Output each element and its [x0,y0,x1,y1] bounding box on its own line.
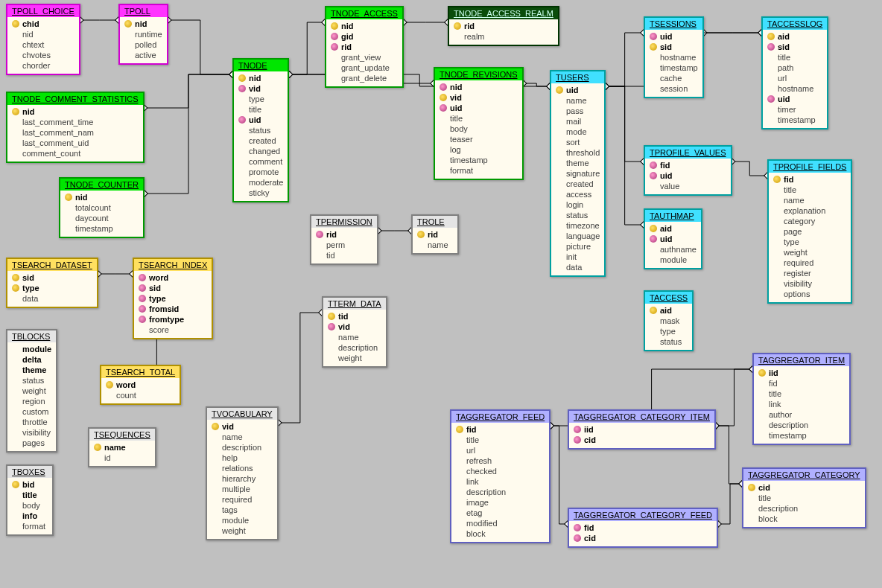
table-header[interactable]: TROLE [413,216,457,228]
field-description[interactable]: description [457,487,545,497]
field-pages[interactable]: pages [13,438,51,448]
field-chvotes[interactable]: chvotes [13,50,74,60]
table-tterm_data[interactable]: TTERM_DATAtidvidnamedescriptionweight [322,296,387,368]
field-fid[interactable]: fid [575,523,712,533]
field-hostname[interactable]: hostname [769,83,822,94]
field-pass[interactable]: pass [557,106,600,116]
field-sort[interactable]: sort [557,137,600,147]
field-sticky[interactable]: sticky [240,188,283,198]
field-chid[interactable]: chid [13,19,74,29]
field-description[interactable]: description [329,342,381,353]
table-tsearch_total[interactable]: TSEARCH_TOTALwordcount [100,365,181,405]
field-url[interactable]: url [457,445,545,456]
field-cid[interactable]: cid [575,435,710,445]
table-tsearch_index[interactable]: TSEARCH_INDEXwordsidtypefromsidfromtypes… [133,258,213,339]
field-fid[interactable]: fid [775,174,846,185]
table-header[interactable]: TAGGREGATOR_FEED [451,411,549,423]
field-hierarchy[interactable]: hierarchy [213,473,273,484]
table-tsessions[interactable]: TSESSIONSuidsidhostnametimestampcacheses… [644,16,704,98]
field-log[interactable]: log [441,144,518,155]
table-header[interactable]: TBLOCKS [7,330,56,342]
table-header[interactable]: TUSERS [551,71,604,83]
table-header[interactable]: TPERMISSION [311,216,377,228]
field-sid[interactable]: sid [13,272,92,283]
field-chtext[interactable]: chtext [13,39,74,50]
field-cid[interactable]: cid [575,533,712,543]
field-visibility[interactable]: visibility [775,278,846,289]
field-block[interactable]: block [749,514,860,524]
field-theme[interactable]: theme [557,158,600,168]
field-totalcount[interactable]: totalcount [66,202,139,213]
table-tblocks[interactable]: TBLOCKSmoduledeltathemestatusweightregio… [6,329,57,453]
field-fromsid[interactable]: fromsid [140,304,207,314]
field-relations[interactable]: relations [213,463,273,473]
field-bid[interactable]: bid [13,479,48,490]
field-info[interactable]: info [13,511,48,521]
field-type[interactable]: type [240,94,283,104]
field-nid[interactable]: nid [13,29,74,39]
field-help[interactable]: help [213,453,273,463]
field-hostname[interactable]: hostname [651,52,698,63]
field-tid[interactable]: tid [329,311,381,322]
field-register[interactable]: register [775,268,846,278]
field-type[interactable]: type [775,237,846,247]
field-cache[interactable]: cache [651,73,698,83]
field-timestamp[interactable]: timestamp [651,63,698,73]
field-uid[interactable]: uid [651,31,698,42]
table-header[interactable]: TBOXES [7,466,52,478]
table-tnode_counter[interactable]: TNODE_COUNTERnidtotalcountdaycounttimest… [59,177,145,238]
table-tsequences[interactable]: TSEQUENCESnameid [88,427,156,467]
field-status[interactable]: status [651,336,688,347]
field-title[interactable]: title [240,104,283,115]
table-header[interactable]: TACCESSLOG [763,18,827,30]
table-header[interactable]: TSEARCH_INDEX [134,259,212,271]
table-tnode[interactable]: TNODEnidvidtypetitleuidstatuscreatedchan… [232,58,289,202]
field-title[interactable]: title [457,435,545,445]
field-rid[interactable]: rid [419,229,453,240]
field-aid[interactable]: aid [769,31,822,42]
field-nid[interactable]: nid [332,21,398,31]
field-grant_delete[interactable]: grant_delete [332,73,398,83]
field-vid[interactable]: vid [441,92,518,103]
field-uid[interactable]: uid [240,115,283,125]
field-moderate[interactable]: moderate [240,177,283,188]
field-title[interactable]: title [775,185,846,195]
field-required[interactable]: required [775,258,846,268]
field-mask[interactable]: mask [651,316,688,326]
field-name[interactable]: name [213,432,273,442]
table-tnode_comment_statistics[interactable]: TNODE_COMMENT_STATISTICSnidlast_comment_… [6,92,145,163]
field-data[interactable]: data [557,262,600,272]
field-grant_view[interactable]: grant_view [332,52,398,63]
field-uid[interactable]: uid [651,170,726,181]
field-link[interactable]: link [457,476,545,487]
table-header[interactable]: TNODE_COUNTER [60,179,143,191]
table-taggregator_category[interactable]: TAGGREGATOR_CATEGORYcidtitledescriptionb… [742,467,866,528]
field-custom[interactable]: custom [13,406,51,417]
field-module[interactable]: module [651,255,697,265]
table-header[interactable]: TAGGREGATOR_ITEM [754,354,849,366]
table-header[interactable]: TNODE_ACCESS [326,7,402,19]
field-name[interactable]: name [329,332,381,342]
field-iid[interactable]: iid [575,424,710,435]
table-header[interactable]: TNODE_ACCESS_REALM [449,7,558,19]
field-required[interactable]: required [213,494,273,505]
field-fromtype[interactable]: fromtype [140,314,207,325]
table-tauthmap[interactable]: TAUTHMAPaiduidauthnamemodule [644,208,702,269]
field-rid[interactable]: rid [317,229,372,240]
field-vid[interactable]: vid [213,421,273,432]
table-header[interactable]: TACCESS [645,292,692,304]
field-body[interactable]: body [13,500,48,511]
field-perm[interactable]: perm [317,240,372,250]
field-mode[interactable]: mode [557,127,600,137]
field-throttle[interactable]: throttle [13,417,51,427]
field-session[interactable]: session [651,83,698,94]
table-header[interactable]: TSEQUENCES [89,429,155,441]
field-weight[interactable]: weight [13,386,51,396]
field-mail[interactable]: mail [557,116,600,127]
field-vid[interactable]: vid [240,83,283,94]
field-region[interactable]: region [13,396,51,406]
field-module[interactable]: module [13,344,51,354]
field-uid[interactable]: uid [651,234,697,244]
field-title[interactable]: title [441,113,518,124]
field-fid[interactable]: fid [457,424,545,435]
